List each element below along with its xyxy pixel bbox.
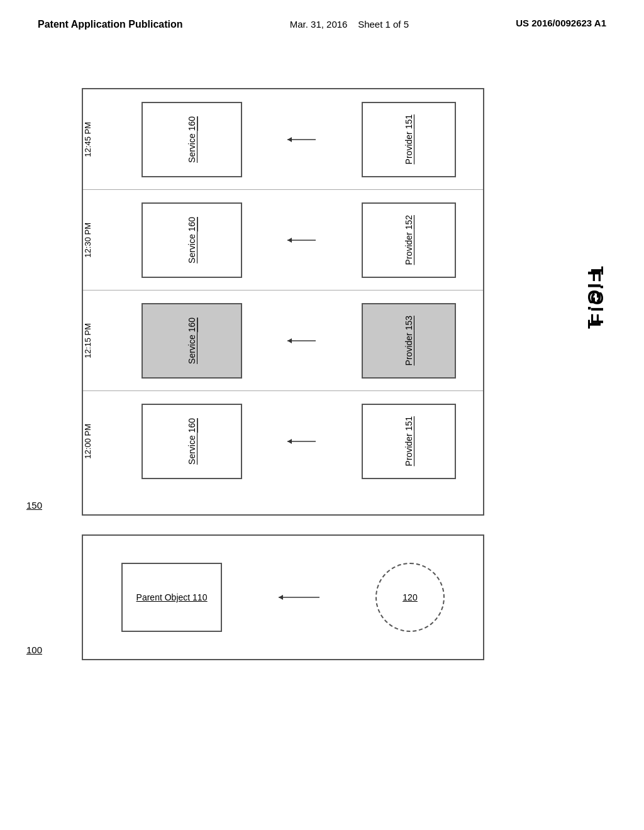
arrow-svg-4 (284, 435, 319, 448)
time-label-1: 12:45 PM (83, 122, 114, 157)
provider-box-3: Provider 153 (362, 303, 456, 379)
provider-box-1: Provider 151 (362, 102, 456, 177)
arrow-svg-100 (275, 591, 323, 604)
provider-label-2: Provider 152 (404, 215, 414, 265)
provider-box-2: Provider 152 (362, 202, 456, 278)
service-label-1: Service 160 (187, 116, 197, 163)
row-boxes-3: Service 160 Provider 153 (114, 290, 483, 390)
circle-object: 120 (375, 563, 445, 632)
arrow-svg-1 (284, 133, 319, 146)
header-date: Mar. 31, 2016 (290, 19, 348, 30)
time-row-3: 12:15 PM Service 160 Provider 153 (83, 290, 483, 391)
arrow-svg-2 (284, 234, 319, 246)
time-label-4: 12:00 PM (83, 424, 114, 459)
diagram-100-label: 100 (26, 645, 42, 655)
svg-marker-9 (279, 595, 283, 600)
svg-marker-3 (287, 238, 292, 243)
circle-label: 120 (402, 592, 417, 602)
page-header: Patent Application Publication Mar. 31, … (0, 0, 644, 32)
arrow-100 (274, 591, 324, 604)
arrow-2 (283, 234, 321, 246)
svg-marker-5 (287, 338, 292, 343)
time-row-4: 12:00 PM Service 160 Provider 151 (83, 391, 483, 492)
arrow-4 (283, 435, 321, 448)
header-center: Mar. 31, 2016 Sheet 1 of 5 (290, 18, 409, 32)
time-row-1: 12:45 PM Service 160 Provider 151 (83, 89, 483, 190)
service-box-3: Service 160 (142, 303, 242, 379)
row-boxes-1: Service 160 Provider 151 (114, 89, 483, 189)
diagram-150-container: 12:45 PM Service 160 Provider 151 12:30 … (50, 75, 484, 516)
diagram-150-label: 150 (26, 500, 42, 511)
arrow-1 (283, 133, 321, 146)
provider-label-3: Provider 153 (404, 316, 414, 365)
svg-marker-7 (287, 439, 292, 444)
service-box-1: Service 160 (142, 102, 242, 177)
diagram-150: 12:45 PM Service 160 Provider 151 12:30 … (82, 88, 484, 516)
diagram-100-inner: Parent Object 110 120 (83, 536, 483, 659)
time-label-3: 12:15 PM (83, 323, 114, 358)
service-label-4: Service 160 (187, 418, 197, 465)
svg-marker-1 (287, 137, 292, 142)
service-label-3: Service 160 (187, 318, 197, 364)
service-box-2: Service 160 (142, 202, 242, 278)
header-sheet: Sheet 1 of 5 (358, 19, 409, 30)
row-boxes-4: Service 160 Provider 151 (114, 391, 483, 492)
diagram-100: Parent Object 110 120 (82, 534, 484, 660)
diagram-100-container: Parent Object 110 120 100 (50, 528, 484, 660)
fig-1-label: FIG. 1 (587, 264, 608, 324)
time-row-2: 12:30 PM Service 160 Provider 152 (83, 190, 483, 290)
provider-box-4: Provider 151 (362, 404, 456, 479)
header-title: Patent Application Publication (38, 18, 183, 31)
provider-label-4: Provider 151 (404, 416, 414, 466)
header-patent-number: US 2016/0092623 A1 (516, 18, 606, 28)
fig-label-text: FIG. 1 (587, 264, 608, 324)
arrow-3 (283, 335, 321, 347)
row-boxes-2: Service 160 Provider 152 (114, 190, 483, 290)
parent-object-label: Parent Object 110 (136, 592, 208, 602)
arrow-svg-3 (284, 335, 319, 347)
service-label-2: Service 160 (187, 217, 197, 263)
provider-label-1: Provider 151 (404, 114, 414, 164)
time-label-2: 12:30 PM (83, 223, 114, 258)
service-box-4: Service 160 (142, 404, 242, 479)
parent-object-box: Parent Object 110 (121, 563, 222, 632)
